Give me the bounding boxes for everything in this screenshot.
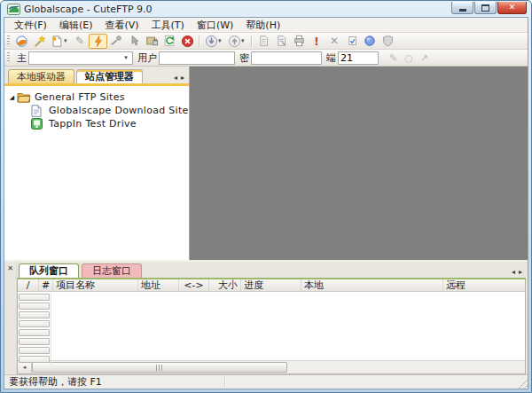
column-header-remote[interactable]: 远程 <box>443 279 525 291</box>
column-header-item-name[interactable]: 项目名称 <box>53 279 138 291</box>
maximize-button[interactable] <box>474 2 497 14</box>
delete-x-icon: ✕ <box>330 35 339 46</box>
site-panel-tabs: 本地驱动器 站点管理器 ◂ ▸ <box>4 67 189 83</box>
close-button[interactable]: ✕ <box>497 2 527 14</box>
tab-log-window[interactable]: 日志窗口 <box>82 263 142 278</box>
queue-row-slot <box>19 347 50 354</box>
column-header-progress[interactable]: 进度 <box>241 279 301 291</box>
tree-item-globalscape-download-site[interactable]: Globalscape Download Site <box>30 104 189 117</box>
site-tree: ◢ General FTP Sites Globalscape Download… <box>4 86 189 260</box>
tab-scroll-right-icon[interactable]: ▸ <box>181 75 184 82</box>
stop-button[interactable] <box>178 34 196 49</box>
lightning-connect-icon <box>92 35 105 48</box>
menu-edit[interactable]: 编辑(E) <box>53 18 99 33</box>
tab-local-drives[interactable]: 本地驱动器 <box>8 69 74 83</box>
bottom-panel: ✕ 队列窗口 日志窗口 ◂ ▸ / # 项目名称 <box>4 260 528 374</box>
scrollbar-thumb[interactable] <box>32 362 287 373</box>
download-button[interactable] <box>202 34 220 49</box>
ring-icon[interactable]: ○ <box>404 52 413 64</box>
panel-close-button[interactable]: ✕ <box>5 263 15 273</box>
edit-disconnected-button[interactable]: ✎ <box>71 34 89 49</box>
tree-item-tappin-test-drive[interactable]: TappIn Test Drive <box>30 117 189 130</box>
connectbar-grip[interactable] <box>7 52 10 63</box>
menu-window[interactable]: 窗口(W) <box>191 18 239 33</box>
column-header-local[interactable]: 本地 <box>301 279 443 291</box>
web-globe-button[interactable] <box>361 34 379 49</box>
toolbar-grip[interactable] <box>7 35 10 46</box>
pointer-button[interactable] <box>125 34 143 49</box>
tab-scroll-left-icon[interactable]: ◂ <box>174 75 177 82</box>
menubar: 文件(F) 编辑(E) 查看(V) 工具(T) 窗口(W) 帮助(H) <box>4 18 528 33</box>
host-combobox[interactable]: ▾ <box>28 51 133 65</box>
connection-wizard-button[interactable] <box>30 34 48 49</box>
titlebar[interactable]: Globalscape - CuteFTP 9.0 ✕ <box>4 1 528 17</box>
verify-document-button[interactable] <box>343 34 361 49</box>
download-dropdown-icon[interactable]: ▾ <box>218 37 225 44</box>
site-manager-button[interactable] <box>12 34 30 49</box>
window-controls: ✕ <box>450 2 527 14</box>
column-header-size[interactable]: 大小 <box>209 279 241 291</box>
tab-site-manager[interactable]: 站点管理器 <box>76 69 143 83</box>
password-label: 密 <box>239 51 249 65</box>
pointer-icon[interactable]: ↗ <box>420 52 428 64</box>
tree-item-general-ftp-sites[interactable]: ◢ General FTP Sites <box>4 90 189 104</box>
tree-item-label: TappIn Test Drive <box>49 118 137 130</box>
session-lock-button[interactable] <box>143 34 160 49</box>
window-title: Globalscape - CuteFTP 9.0 <box>24 4 153 15</box>
tab-queue-window[interactable]: 队列窗口 <box>19 263 79 278</box>
magic-wand-icon <box>33 35 46 48</box>
bottom-panel-content: 队列窗口 日志窗口 ◂ ▸ / # 项目名称 地址 <-> 大小 <box>17 262 528 374</box>
folder-open-icon <box>17 91 31 103</box>
scrollbar-grip-icon <box>156 365 164 371</box>
menu-file[interactable]: 文件(F) <box>8 18 53 33</box>
print-button[interactable] <box>290 34 308 49</box>
toolbar-separator <box>251 35 252 47</box>
verify-document-icon <box>347 35 358 47</box>
disk-lock-icon <box>145 35 159 47</box>
log-document-icon <box>276 35 287 47</box>
alert-button[interactable]: ! <box>308 34 325 49</box>
delete-button[interactable]: ✕ <box>325 34 343 49</box>
column-header-address[interactable]: 地址 <box>138 279 179 291</box>
reconnect-icon <box>110 35 122 47</box>
username-input[interactable] <box>159 51 235 65</box>
connect-button[interactable] <box>89 34 107 49</box>
column-header-priority[interactable]: / <box>18 279 39 291</box>
column-header-number[interactable]: # <box>39 279 53 291</box>
queue-row-slot <box>19 294 50 301</box>
password-input[interactable] <box>251 51 322 65</box>
site-panel: 本地驱动器 站点管理器 ◂ ▸ ◢ General FTP Sites <box>4 67 190 260</box>
column-header-direction[interactable]: <-> <box>179 279 209 291</box>
globe-icon <box>364 35 376 47</box>
queue-row-slot <box>19 311 50 318</box>
security-shield-button[interactable] <box>379 34 396 49</box>
chevron-down-icon[interactable]: ▾ <box>120 52 132 64</box>
port-input[interactable] <box>338 51 379 65</box>
log-document-button[interactable] <box>272 34 290 49</box>
new-dropdown-icon[interactable]: ▾ <box>64 37 71 44</box>
upload-dropdown-icon[interactable]: ▾ <box>241 37 248 44</box>
minimize-button[interactable] <box>451 2 473 14</box>
quick-edit-icon[interactable]: ✎ <box>389 52 397 64</box>
expander-icon[interactable]: ◢ <box>8 94 16 101</box>
maximize-icon <box>481 4 489 12</box>
menu-view[interactable]: 查看(V) <box>98 18 145 33</box>
tab-scroll-left-icon[interactable]: ◂ <box>512 269 515 276</box>
stop-icon <box>181 35 194 48</box>
new-document-button[interactable] <box>48 34 66 49</box>
queue-row-slot <box>19 338 50 345</box>
toolbar: ▾ ✎ <box>4 33 528 50</box>
reconnect-button[interactable] <box>107 34 125 49</box>
scrollbar-track[interactable] <box>287 361 525 373</box>
statusbar: 要获得帮助，请按 F1 <box>4 374 528 389</box>
resize-grip[interactable] <box>516 377 528 389</box>
refresh-button[interactable] <box>160 34 178 49</box>
menu-help[interactable]: 帮助(H) <box>239 18 286 33</box>
menu-tools[interactable]: 工具(T) <box>145 18 191 33</box>
tab-scroll-arrows: ◂ ▸ <box>174 75 186 83</box>
upload-button[interactable] <box>225 34 243 49</box>
tab-scroll-right-icon[interactable]: ▸ <box>519 269 522 276</box>
app-icon <box>7 4 20 15</box>
schedule-document-button[interactable] <box>254 34 272 49</box>
horizontal-scrollbar[interactable]: ◂ <box>18 360 525 373</box>
